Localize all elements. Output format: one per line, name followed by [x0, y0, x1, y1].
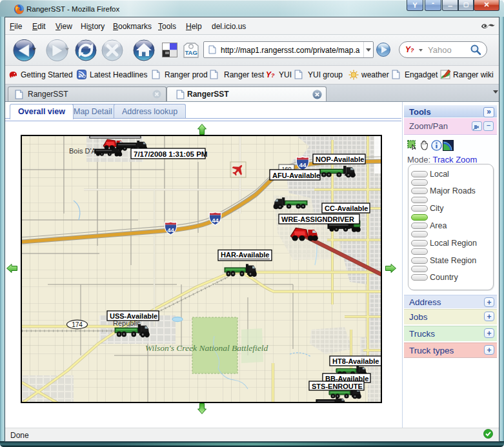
- svg-text:WRE-ASSIGNDRIVER: WRE-ASSIGNDRIVER: [281, 215, 354, 223]
- svg-text:CC-Available: CC-Available: [325, 204, 368, 212]
- svg-text:7/17/2008 1:31:05 PM: 7/17/2008 1:31:05 PM: [134, 150, 207, 158]
- svg-text:44: 44: [299, 161, 307, 168]
- svg-text:174: 174: [72, 321, 83, 328]
- svg-text:USS-Available: USS-Available: [110, 312, 157, 320]
- svg-text:TAG: TAG: [185, 49, 197, 56]
- svg-text:HT8-Available: HT8-Available: [332, 357, 379, 365]
- svg-text:STS-ENROUTE: STS-ENROUTE: [312, 382, 363, 390]
- svg-text:AFU-Available: AFU-Available: [272, 172, 320, 179]
- svg-text:Bois D'A: Bois D'A: [69, 147, 96, 155]
- svg-text:HAR-Available: HAR-Available: [221, 251, 269, 259]
- svg-text:Wilson's Creek National Battle: Wilson's Creek National Battlefield: [145, 343, 268, 353]
- svg-text:NOP-Available: NOP-Available: [316, 155, 364, 163]
